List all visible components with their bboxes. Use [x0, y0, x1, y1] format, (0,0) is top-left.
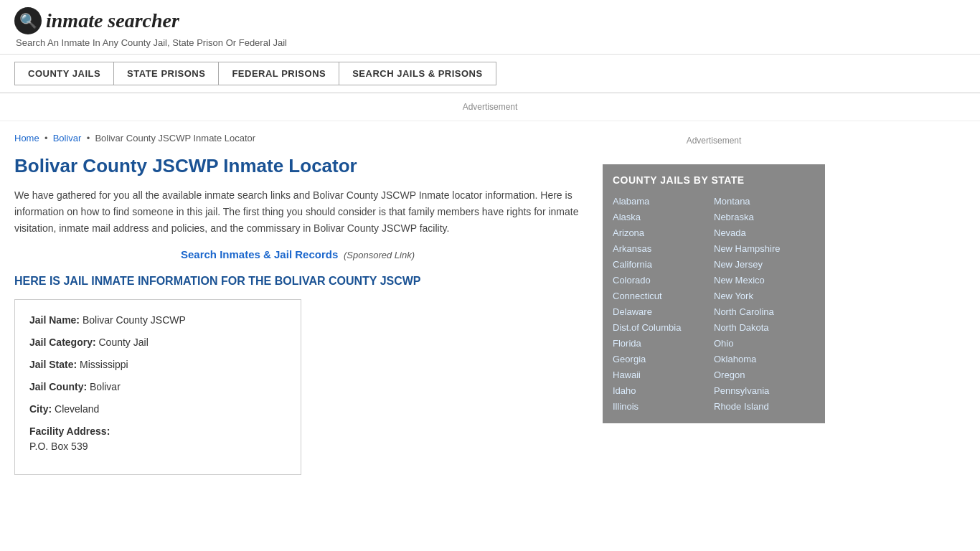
- nav-search-jails[interactable]: SEARCH JAILS & PRISONS: [339, 62, 496, 85]
- info-box: Jail Name: Bolivar County JSCWP Jail Cat…: [14, 299, 301, 475]
- breadcrumb-current: Bolivar County JSCWP Inmate Locator: [95, 133, 255, 143]
- main: Home • Bolivar • Bolivar County JSCWP In…: [0, 121, 980, 486]
- header: 🔍 inmate searcher Search An Inmate In An…: [0, 0, 980, 55]
- state-link[interactable]: Ohio: [714, 336, 815, 350]
- logo-icon: 🔍: [14, 7, 42, 34]
- state-box-title: COUNTY JAILS BY STATE: [613, 174, 815, 186]
- jail-state-value: Mississippi: [80, 359, 128, 370]
- state-link[interactable]: North Carolina: [714, 305, 815, 319]
- state-link[interactable]: California: [613, 258, 714, 271]
- state-link[interactable]: Oklahoma: [714, 352, 815, 366]
- jail-category-value: County Jail: [98, 336, 148, 348]
- jail-address-value: P.O. Box 539: [29, 439, 286, 454]
- breadcrumb-parent[interactable]: Bolivar: [53, 133, 82, 143]
- state-link[interactable]: North Dakota: [714, 321, 815, 334]
- jail-city-row: City: Cleveland: [29, 402, 286, 417]
- state-link[interactable]: Rhode Island: [714, 400, 815, 413]
- jail-name-value-text: Bolivar County JSCWP: [83, 314, 186, 326]
- state-link[interactable]: Alaska: [613, 210, 714, 224]
- jail-county-label: Jail County:: [29, 381, 87, 392]
- state-link[interactable]: Nevada: [714, 226, 815, 240]
- jail-address-label: Facility Address:: [29, 425, 110, 437]
- tagline: Search An Inmate In Any County Jail, Sta…: [14, 37, 966, 48]
- state-link[interactable]: Colorado: [613, 273, 714, 287]
- logo-text: inmate searcher: [46, 9, 179, 32]
- state-link[interactable]: New Jersey: [714, 258, 815, 271]
- jail-info-heading: HERE IS JAIL INMATE INFORMATION FOR THE …: [14, 275, 581, 288]
- state-link[interactable]: Pennsylvania: [714, 384, 815, 397]
- state-box: COUNTY JAILS BY STATE AlabamaMontanaAlas…: [603, 164, 825, 423]
- jail-name-row: Jail Name: Bolivar County JSCWP: [29, 313, 286, 328]
- state-grid: AlabamaMontanaAlaskaNebraskaArizonaNevad…: [613, 194, 815, 413]
- page-title: Bolivar County JSCWP Inmate Locator: [14, 155, 581, 177]
- search-inmates-link[interactable]: Search Inmates & Jail Records: [181, 248, 338, 260]
- nav: COUNTY JAILS STATE PRISONS FEDERAL PRISO…: [0, 55, 980, 93]
- description: We have gathered for you all the availab…: [14, 187, 581, 237]
- jail-address-row: Facility Address: P.O. Box 539: [29, 424, 286, 454]
- jail-city-value: Cleveland: [55, 403, 99, 415]
- jail-county-row: Jail County: Bolivar: [29, 380, 286, 395]
- state-link[interactable]: Dist.of Columbia: [613, 321, 714, 334]
- sponsored-label: (Sponsored Link): [344, 250, 415, 260]
- breadcrumb-home[interactable]: Home: [14, 133, 39, 143]
- jail-city-label: City:: [29, 403, 52, 415]
- nav-state-prisons[interactable]: STATE PRISONS: [114, 62, 219, 85]
- jail-category-row: Jail Category: County Jail: [29, 335, 286, 350]
- state-link[interactable]: Arkansas: [613, 242, 714, 255]
- state-link[interactable]: Oregon: [714, 368, 815, 382]
- state-link[interactable]: Alabama: [613, 194, 714, 208]
- breadcrumb: Home • Bolivar • Bolivar County JSCWP In…: [14, 133, 581, 143]
- jail-state-label: Jail State:: [29, 359, 77, 370]
- ad-bar: Advertisement: [0, 93, 980, 121]
- jail-category-label: Jail Category:: [29, 336, 96, 348]
- content: Home • Bolivar • Bolivar County JSCWP In…: [14, 121, 595, 486]
- state-link[interactable]: Hawaii: [613, 368, 714, 382]
- nav-buttons: COUNTY JAILS STATE PRISONS FEDERAL PRISO…: [14, 62, 966, 85]
- state-link[interactable]: New Mexico: [714, 273, 815, 287]
- sidebar: Advertisement COUNTY JAILS BY STATE Alab…: [595, 121, 825, 486]
- jail-state-row: Jail State: Mississippi: [29, 357, 286, 372]
- state-link[interactable]: Idaho: [613, 384, 714, 397]
- state-link[interactable]: Nebraska: [714, 210, 815, 224]
- search-link-area: Search Inmates & Jail Records (Sponsored…: [14, 248, 581, 260]
- logo-area: 🔍 inmate searcher: [14, 7, 966, 34]
- state-link[interactable]: New York: [714, 289, 815, 303]
- jail-county-value: Bolivar: [90, 381, 121, 392]
- jail-name-label: Jail Name:: [29, 314, 80, 326]
- state-link[interactable]: Connecticut: [613, 289, 714, 303]
- state-link[interactable]: Florida: [613, 336, 714, 350]
- state-link[interactable]: New Hampshire: [714, 242, 815, 255]
- nav-federal-prisons[interactable]: FEDERAL PRISONS: [219, 62, 339, 85]
- state-link[interactable]: Illinois: [613, 400, 714, 413]
- state-link[interactable]: Delaware: [613, 305, 714, 319]
- state-link[interactable]: Arizona: [613, 226, 714, 240]
- state-link[interactable]: Montana: [714, 194, 815, 208]
- logo-searcher: searcher: [108, 9, 179, 32]
- sidebar-ad: Advertisement: [603, 128, 825, 153]
- logo-inmate: inmate: [46, 9, 108, 32]
- state-link[interactable]: Georgia: [613, 352, 714, 366]
- nav-county-jails[interactable]: COUNTY JAILS: [14, 62, 114, 85]
